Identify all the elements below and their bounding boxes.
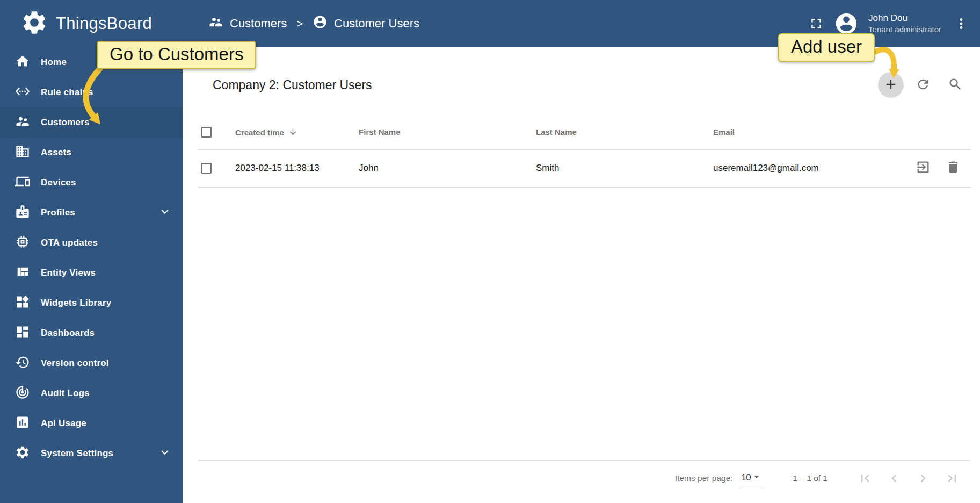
- more-vert-icon[interactable]: [953, 16, 969, 32]
- thingsboard-gear-icon: [20, 9, 48, 39]
- items-per-page-label: Items per page:: [675, 473, 733, 483]
- breadcrumb-separator: >: [296, 18, 303, 30]
- delete-icon[interactable]: [946, 160, 961, 177]
- cell-first-name: John: [355, 149, 533, 187]
- header-actions: John Dou Tenant administrator: [808, 11, 969, 36]
- table-row[interactable]: 2023-02-15 11:38:13 John Smith useremail…: [198, 149, 970, 187]
- ota-updates-icon: [15, 234, 30, 252]
- content-card: Company 2: Customer Users Created time F…: [183, 47, 980, 503]
- breadcrumb-label: Customer Users: [334, 17, 419, 31]
- sidebar-item-entity-views[interactable]: Entity Views: [0, 258, 183, 288]
- search-button[interactable]: [942, 72, 968, 98]
- page-title: Company 2: Customer Users: [213, 78, 372, 92]
- sidebar-item-api-usage[interactable]: Api Usage: [0, 408, 183, 439]
- paginator-range: 1 – 1 of 1: [793, 473, 827, 483]
- sidebar-item-label: Devices: [41, 177, 76, 188]
- cell-created-time: 2023-02-15 11:38:13: [232, 149, 355, 187]
- home-icon: [15, 54, 30, 71]
- users-table: Created time First Name Last Name Email …: [198, 115, 970, 188]
- assets-icon: [15, 144, 30, 161]
- next-page-button[interactable]: [911, 466, 935, 490]
- account-circle-icon: [313, 15, 328, 33]
- sidebar-item-devices[interactable]: Devices: [0, 168, 183, 198]
- user-role: Tenant administrator: [868, 24, 941, 35]
- dropdown-caret-icon: [751, 471, 763, 485]
- cell-last-name: Smith: [533, 149, 710, 187]
- tutorial-arrow-add-user-icon: [873, 45, 911, 84]
- sidebar-item-label: Home: [41, 57, 67, 68]
- row-select-cell: [198, 149, 232, 187]
- breadcrumb-label: Customers: [230, 17, 287, 31]
- sidebar-item-profiles[interactable]: Profiles: [0, 198, 183, 228]
- entity-views-icon: [15, 264, 30, 282]
- main-area: Customers > Customer Users John Dou Tena…: [183, 0, 980, 503]
- sort-desc-icon: [284, 128, 297, 137]
- fullscreen-icon[interactable]: [808, 16, 824, 32]
- paginator-buttons: [853, 466, 964, 490]
- sidebar-item-label: Audit Logs: [41, 388, 90, 399]
- sidebar-item-label: Widgets Library: [41, 298, 111, 308]
- column-header-first-name[interactable]: First Name: [355, 115, 533, 149]
- user-avatar-icon[interactable]: [834, 11, 859, 36]
- row-checkbox[interactable]: [201, 163, 212, 174]
- previous-page-button[interactable]: [882, 466, 906, 490]
- sidebar-item-label: Api Usage: [41, 418, 86, 429]
- api-usage-icon: [15, 415, 30, 432]
- customers-icon: [15, 114, 30, 131]
- column-header-last-name[interactable]: Last Name: [533, 115, 710, 149]
- first-page-button[interactable]: [853, 466, 877, 490]
- brand-logo[interactable]: ThingsBoard: [0, 0, 183, 47]
- sidebar-item-widgets-library[interactable]: Widgets Library: [0, 288, 183, 318]
- items-per-page-select[interactable]: 10: [739, 470, 763, 486]
- sidebar-item-ota-updates[interactable]: OTA updates: [0, 228, 183, 258]
- row-actions-cell: [901, 149, 970, 187]
- sidebar-item-system-settings[interactable]: System Settings: [0, 439, 183, 469]
- content-spacer: [198, 188, 970, 461]
- widgets-library-icon: [15, 294, 30, 312]
- sidebar-item-label: Profiles: [41, 207, 75, 218]
- tutorial-arrow-customers-icon: [75, 67, 134, 131]
- brand-name: ThingsBoard: [56, 14, 152, 33]
- sidebar-item-label: Entity Views: [41, 268, 96, 278]
- sidebar-item-label: OTA updates: [41, 238, 98, 248]
- tooltip-add-user: Add user: [778, 33, 875, 62]
- sidebar-item-label: Assets: [41, 147, 71, 158]
- table-header-row: Created time First Name Last Name Email: [198, 115, 970, 149]
- column-header-actions: [901, 115, 970, 149]
- last-page-button[interactable]: [940, 466, 964, 490]
- tooltip-go-to-customers: Go to Customers: [97, 41, 256, 69]
- version-control-icon: [15, 355, 30, 372]
- search-icon: [948, 77, 963, 94]
- sidebar-item-label: Dashboards: [41, 328, 95, 339]
- sidebar-item-assets[interactable]: Assets: [0, 138, 183, 168]
- user-info: John Dou Tenant administrator: [868, 12, 941, 35]
- select-all-cell: [198, 115, 232, 149]
- sidebar-item-label: Version control: [41, 358, 109, 369]
- select-all-checkbox[interactable]: [201, 127, 212, 138]
- people-icon: [208, 15, 223, 33]
- refresh-icon: [916, 77, 931, 94]
- sidebar-item-audit-logs[interactable]: Audit Logs: [0, 378, 183, 408]
- user-name: John Dou: [868, 12, 941, 24]
- refresh-button[interactable]: [910, 72, 936, 98]
- audit-logs-icon: [15, 385, 30, 402]
- sidebar-item-label: System Settings: [41, 448, 113, 459]
- system-settings-icon: [15, 445, 30, 462]
- column-header-created-time[interactable]: Created time: [232, 115, 355, 149]
- dashboards-icon: [15, 325, 30, 342]
- devices-icon: [15, 174, 30, 191]
- profiles-icon: [15, 204, 30, 221]
- sidebar-item-version-control[interactable]: Version control: [0, 348, 183, 378]
- rule-chains-icon: [15, 84, 30, 101]
- breadcrumb-customers[interactable]: Customers: [208, 15, 287, 33]
- chevron-down-icon: [158, 445, 172, 462]
- column-header-email[interactable]: Email: [710, 115, 901, 149]
- sidebar-item-dashboards[interactable]: Dashboards: [0, 318, 183, 348]
- login-as-user-icon[interactable]: [916, 160, 931, 177]
- breadcrumb-customer-users[interactable]: Customer Users: [313, 15, 419, 33]
- app-window: ThingsBoard Home Rule chains Customers A…: [0, 0, 980, 503]
- paginator: Items per page: 10 1 – 1 of 1: [198, 460, 970, 495]
- chevron-down-icon: [158, 205, 172, 221]
- cell-email: useremail123@gmail.com: [710, 149, 901, 187]
- items-per-page-value: 10: [742, 473, 751, 483]
